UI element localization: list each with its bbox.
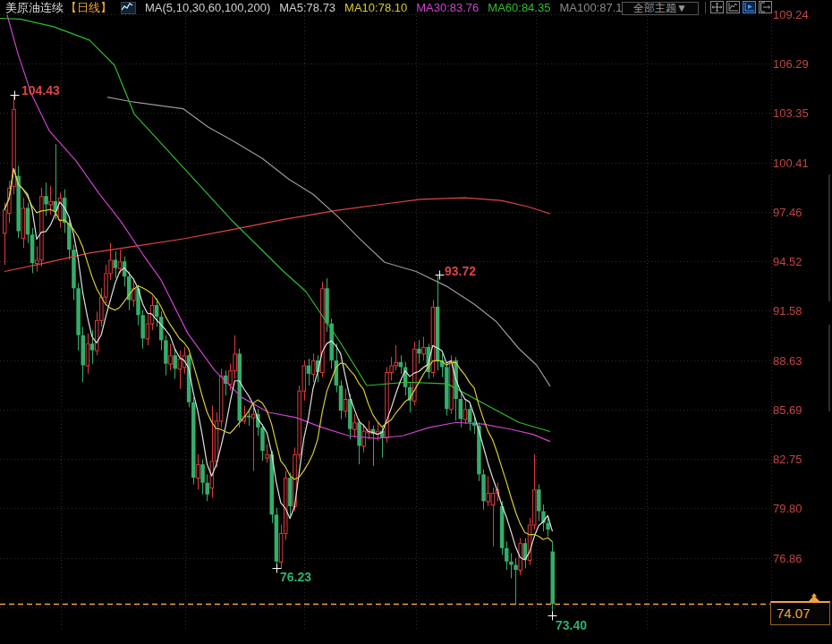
price-axis-label: 82.75 — [773, 453, 828, 465]
ma-legend-item: MA(5,10,30,60,100,200) — [145, 1, 270, 14]
last-price-value: 74.07 — [777, 606, 811, 621]
mini-chart-icon — [121, 2, 136, 14]
swing-high-label: 93.72 — [445, 264, 476, 278]
last-price-box: 74.07 — [770, 601, 830, 625]
swing-low-label: 76.23 — [280, 570, 311, 584]
chart-window: 美原油连续 【日线】 MA(5,10,30,60,100,200)MA5:78.… — [0, 0, 832, 644]
instrument-title: 美原油连续 — [5, 0, 64, 16]
scrollbar-strip[interactable] — [828, 325, 830, 411]
price-axis-label: 103.35 — [773, 107, 828, 119]
price-axis-label: 97.46 — [773, 207, 828, 218]
ma-legend-item: MA5:78.73 — [279, 1, 335, 14]
ma-legend-item: MA100:87.1 — [559, 1, 622, 14]
swing-low-label: 73.40 — [556, 618, 587, 632]
ma-legend-item: MA10:78.10 — [344, 1, 407, 14]
candlestick-chart-canvas[interactable] — [0, 0, 832, 644]
price-axis-label: 94.52 — [773, 256, 828, 267]
price-axis-label: 88.63 — [773, 355, 828, 367]
price-axis-label: 79.80 — [773, 503, 828, 514]
price-axis-label: 91.58 — [773, 305, 828, 317]
scrollbar-strip[interactable] — [828, 174, 830, 301]
ma-legend-item: MA30:83.76 — [416, 1, 479, 14]
ma-legend: MA(5,10,30,60,100,200)MA5:78.73MA10:78.1… — [136, 1, 623, 14]
ma-legend-item: MA60:84.35 — [488, 1, 550, 14]
price-axis-label: 106.29 — [773, 58, 828, 70]
swing-high-label: 104.43 — [21, 83, 60, 97]
chart-header: 美原油连续 【日线】 MA(5,10,30,60,100,200)MA5:78.… — [0, 0, 832, 15]
price-axis-label: 85.69 — [773, 404, 828, 416]
price-axis-label: 100.41 — [773, 157, 828, 169]
price-axis-label: 76.86 — [773, 553, 828, 564]
period-tag: 【日线】 — [65, 0, 112, 16]
